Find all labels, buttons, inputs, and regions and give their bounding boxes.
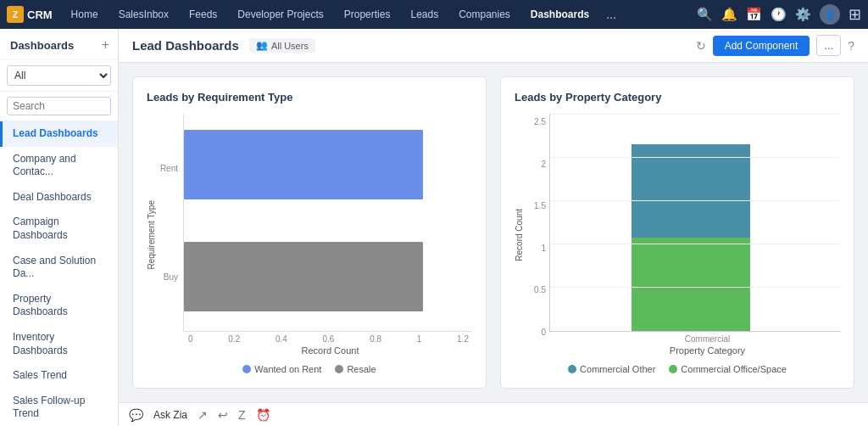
chart1-x-label-02: 0.2	[228, 334, 240, 344]
sidebar-search	[0, 92, 118, 121]
search-input[interactable]	[7, 97, 111, 115]
chart1-x-axis-title: Record Count	[158, 345, 472, 356]
users-icon: 👥	[256, 40, 268, 51]
sidebar-item-sales-followup-trend[interactable]: Sales Follow-up Trend	[0, 389, 118, 426]
chart2-seg-commercial-office	[632, 238, 750, 331]
nav-item-developer-projects[interactable]: Developer Projects	[229, 5, 331, 24]
chart1-x-label-0: 0	[188, 334, 193, 344]
chart2-legend: Commercial Other Commercial Office/Space	[515, 364, 840, 374]
logo[interactable]: Z CRM	[7, 6, 53, 23]
logo-text: CRM	[27, 8, 53, 21]
help-button[interactable]: ?	[848, 39, 854, 53]
nav-item-feeds[interactable]: Feeds	[181, 5, 225, 24]
nav-item-properties[interactable]: Properties	[336, 5, 399, 24]
sidebar-item-company-contact[interactable]: Company and Contac...	[0, 147, 118, 185]
sidebar-item-sales-trend[interactable]: Sales Trend	[0, 363, 118, 389]
sidebar-header: Dashboards +	[0, 29, 118, 60]
ask-zia-label[interactable]: Ask Zia	[153, 409, 187, 421]
nav-item-home[interactable]: Home	[63, 5, 107, 24]
chat-icon[interactable]: 💬	[129, 408, 143, 422]
sidebar-item-property-dashboards[interactable]: Property Dashboards	[0, 287, 118, 325]
sidebar-filter-select[interactable]: All	[7, 65, 111, 86]
sidebar-nav: Lead Dashboards Company and Contac... De…	[0, 121, 118, 426]
zia-icon[interactable]: Z	[238, 408, 246, 422]
chart2-y-1: 1	[541, 244, 546, 253]
sidebar-filter: All	[0, 60, 118, 92]
content-header: Lead Dashboards 👥 All Users ↻ Add Compon…	[119, 29, 868, 63]
legend-item-commercial-other: Commercial Other	[568, 364, 655, 374]
chart2-title: Leads by Property Category	[515, 91, 840, 104]
undo-icon[interactable]: ↩	[218, 408, 228, 422]
chart2-y-15: 1.5	[534, 201, 546, 210]
nav-item-salesinbox[interactable]: SalesInbox	[110, 5, 177, 24]
chart2-y-05: 0.5	[534, 285, 546, 294]
sidebar-item-campaign-dashboards[interactable]: Campaign Dashboards	[0, 210, 118, 248]
main-layout: Dashboards + All Lead Dashboards Company…	[0, 29, 868, 426]
sidebar-item-deal-dashboards[interactable]: Deal Dashboards	[0, 185, 118, 210]
avatar[interactable]: 👤	[820, 4, 840, 25]
clock-icon[interactable]: 🕐	[771, 7, 787, 22]
chart1-bar-buy	[184, 242, 423, 311]
chart1-x-label-08: 0.8	[370, 334, 381, 344]
bell-icon[interactable]: 🔔	[721, 7, 737, 22]
all-users-badge[interactable]: 👥 All Users	[249, 38, 315, 53]
chart2-y-axis-title: Record Count	[515, 209, 524, 261]
legend-item-resale: Resale	[335, 364, 376, 374]
refresh-button[interactable]: ↻	[696, 39, 706, 53]
chart2-x-axis-title: Property Category	[549, 345, 840, 356]
content-area: Lead Dashboards 👥 All Users ↻ Add Compon…	[119, 29, 868, 426]
content-header-actions: ↻ Add Component ... ?	[696, 35, 854, 56]
chart1-y-axis-title: Requirement Type	[147, 200, 156, 270]
more-button[interactable]: ...	[816, 35, 841, 56]
sidebar-item-case-solution[interactable]: Case and Solution Da...	[0, 249, 118, 287]
topnav-right: 🔍 🔔 📅 🕐 ⚙️ 👤 ⊞	[697, 4, 861, 25]
gear-icon[interactable]: ⚙️	[795, 7, 811, 22]
chart-card-2: Leads by Property Category Record Count …	[500, 76, 854, 389]
bottom-bar: 💬 Ask Zia ↗ ↩ Z ⏰	[119, 402, 868, 426]
share-icon[interactable]: ↗	[198, 408, 208, 422]
chart1-x-label-06: 0.6	[323, 334, 335, 344]
legend-dot-commercial-office	[669, 365, 677, 373]
chart1-x-label-1: 1	[417, 334, 422, 344]
alarm-icon[interactable]: ⏰	[256, 408, 270, 422]
sidebar-title: Dashboards	[10, 39, 74, 52]
sidebar-add-button[interactable]: +	[102, 37, 109, 53]
legend-dot-resale	[335, 365, 343, 373]
chart2-seg-commercial-other	[632, 144, 750, 238]
chart2-y-0: 0	[541, 328, 546, 337]
nav-item-dashboards[interactable]: Dashboards	[522, 5, 598, 24]
chart1-x-label-04: 0.4	[275, 334, 287, 344]
chart2-x-label: Commercial	[685, 334, 730, 344]
chart2-y-25: 2.5	[534, 117, 546, 126]
legend-item-commercial-office: Commercial Office/Space	[669, 364, 787, 374]
sidebar: Dashboards + All Lead Dashboards Company…	[0, 29, 119, 426]
chart1-x-label-12: 1.2	[457, 334, 469, 344]
legend-dot-commercial-other	[568, 365, 576, 373]
all-users-label: All Users	[271, 41, 309, 51]
chart2-bar-group	[632, 144, 750, 331]
chart2-y-2: 2	[541, 160, 546, 169]
nav-more-button[interactable]: ...	[601, 4, 621, 25]
dashboard-content: Leads by Requirement Type Requirement Ty…	[119, 63, 868, 402]
search-icon[interactable]: 🔍	[697, 7, 713, 22]
sidebar-item-inventory-dashboards[interactable]: Inventory Dashboards	[0, 325, 118, 363]
page-title: Lead Dashboards	[132, 38, 239, 53]
calendar-icon[interactable]: 📅	[746, 7, 762, 22]
nav-item-leads[interactable]: Leads	[402, 5, 447, 24]
nav-item-companies[interactable]: Companies	[450, 5, 519, 24]
legend-dot-rent	[242, 365, 251, 373]
chart1-y-label-buy: Buy	[164, 272, 178, 282]
chart1-title: Leads by Requirement Type	[147, 91, 472, 104]
top-nav: Z CRM Home SalesInbox Feeds Developer Pr…	[0, 0, 868, 29]
chart1-y-label-rent: Rent	[160, 164, 178, 173]
sidebar-item-lead-dashboards[interactable]: Lead Dashboards	[0, 121, 118, 147]
logo-icon: Z	[7, 6, 24, 23]
chart1-legend: Wanted on Rent Resale	[147, 364, 472, 374]
legend-item-rent: Wanted on Rent	[242, 364, 321, 374]
grid-icon[interactable]: ⊞	[849, 5, 861, 24]
add-component-button[interactable]: Add Component	[713, 36, 810, 56]
chart-card-1: Leads by Requirement Type Requirement Ty…	[132, 76, 487, 389]
chart1-bar-rent	[184, 130, 423, 199]
